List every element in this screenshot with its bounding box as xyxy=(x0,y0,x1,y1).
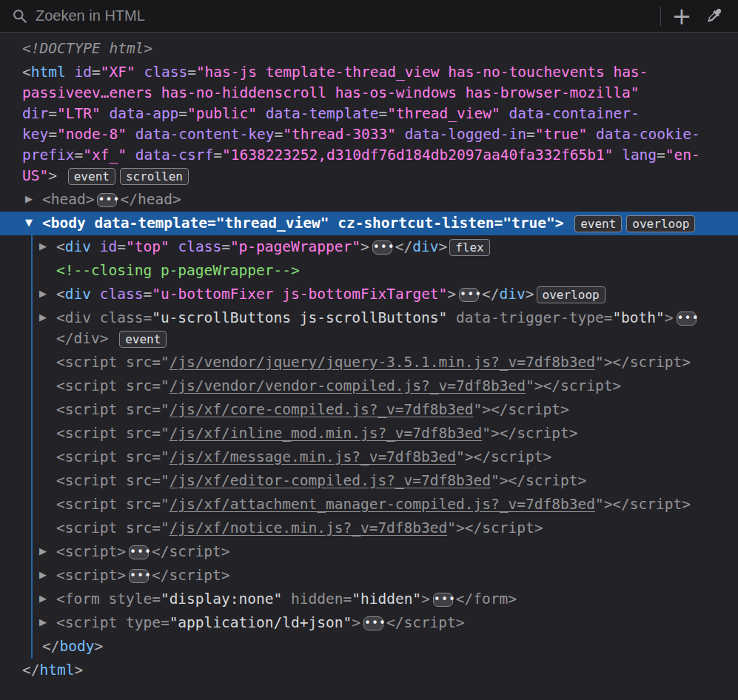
tree-node-row[interactable]: <script src="/js/xf/attachment_manager-c… xyxy=(0,493,738,516)
resource-link[interactable]: /js/xf/editor-compiled.js?_v=7df8b3ed xyxy=(170,472,491,489)
resource-link[interactable]: /js/xf/attachment_manager-compiled.js?_v… xyxy=(170,496,595,513)
markup-line: <div class="u-bottomFixer js-bottomFixTa… xyxy=(56,284,738,305)
markup-token: data-cookie- xyxy=(596,126,700,143)
tree-node-row[interactable]: <script src="/js/xf/editor-compiled.js?_… xyxy=(0,469,738,493)
markup-token: "en- xyxy=(665,147,700,164)
markup-token: > xyxy=(438,238,447,255)
tree-node-row[interactable]: ▶<script>•••</script> xyxy=(0,540,738,564)
inline-expander-icon[interactable]: ••• xyxy=(129,545,149,559)
resource-link[interactable]: /js/xf/message.min.js?_v=7df8b3ed xyxy=(170,448,456,465)
inline-expander-icon[interactable]: ••• xyxy=(129,569,149,583)
tree-node-row[interactable]: <script src="/js/vendor/vendor-compiled.… xyxy=(0,374,738,398)
tree-node-row[interactable]: </html> xyxy=(0,659,738,682)
markup-token: "></script> xyxy=(595,354,691,371)
expand-arrow-icon[interactable]: ▶ xyxy=(39,593,47,604)
tree-node-row[interactable]: ▶<head>•••</head> xyxy=(0,188,738,212)
markup-token: "></script> xyxy=(447,519,543,536)
tree-node-row[interactable]: ▶<script type="application/ld+json">•••<… xyxy=(0,611,738,635)
markup-token: "display:none" xyxy=(161,590,282,608)
eyedropper-icon xyxy=(707,7,722,25)
tree-node-row[interactable]: <script src="/js/xf/message.min.js?_v=7d… xyxy=(0,445,738,469)
inline-expander-icon[interactable]: ••• xyxy=(97,193,117,207)
badge-scrollen[interactable]: scrollen xyxy=(120,168,189,185)
tree-node-row[interactable]: <script src="/js/xf/core-compiled.js?_v=… xyxy=(0,398,738,422)
plus-icon: + xyxy=(672,5,692,27)
markup-token: > xyxy=(447,286,456,303)
tree-node-row[interactable]: ▶<div id="top" class="p-pageWrapper">•••… xyxy=(0,235,738,259)
expand-arrow-icon[interactable]: ▶ xyxy=(39,545,47,556)
search-input[interactable] xyxy=(30,7,656,24)
tree-node-row[interactable]: <script src="/js/xf/notice.min.js?_v=7df… xyxy=(0,516,738,540)
tree-node-row[interactable]: </body> xyxy=(0,635,738,659)
badge-overloop[interactable]: overloop xyxy=(626,215,695,232)
inline-expander-icon[interactable]: ••• xyxy=(677,312,697,326)
markup-token: </ xyxy=(42,638,59,655)
expand-arrow-icon[interactable]: ▶ xyxy=(39,616,47,627)
markup-token: "></script> xyxy=(491,472,586,489)
markup-token xyxy=(91,238,100,255)
markup-line: <script src="/js/vendor/vendor-compiled.… xyxy=(56,376,738,397)
markup-token: = xyxy=(117,238,126,255)
tree-node-row[interactable]: ▶<script>•••</script> xyxy=(0,564,738,588)
markup-token: html xyxy=(31,64,66,81)
markup-line: <!--closing p-pageWrapper--> xyxy=(56,260,738,281)
markup-line: US"> eventscrollen xyxy=(22,166,738,186)
markup-line: </div> event xyxy=(56,329,738,349)
markup-token: "thread_view" xyxy=(387,105,500,122)
markup-token: > xyxy=(665,309,674,326)
inline-expander-icon[interactable]: ••• xyxy=(372,240,392,255)
badge-overloop[interactable]: overloop xyxy=(537,286,606,303)
inline-expander-icon[interactable]: ••• xyxy=(363,616,383,630)
badge-event[interactable]: event xyxy=(574,215,622,232)
tree-node-row[interactable]: ▶<form style="display:none" hidden="hidd… xyxy=(0,588,738,611)
tree-node-row[interactable]: <html id="XF" class="has-js template-thr… xyxy=(0,61,738,188)
tree-node-row[interactable]: ▶<div class="u-scrollButtons js-scrollBu… xyxy=(0,306,738,351)
tree-node-row-selected[interactable]: ▼<body data-template="thread_view" cz-sh… xyxy=(0,212,738,235)
resource-link[interactable]: /js/xf/notice.min.js?_v=7df8b3ed xyxy=(170,519,448,536)
expand-arrow-icon[interactable]: ▶ xyxy=(39,288,47,299)
inline-expander-icon[interactable]: ••• xyxy=(433,593,453,607)
markup-token: "true" xyxy=(535,126,587,143)
resource-link[interactable]: /js/xf/core-compiled.js?_v=7df8b3ed xyxy=(170,401,474,418)
badge-flex[interactable]: flex xyxy=(449,239,490,256)
expand-arrow-icon[interactable]: ▶ xyxy=(39,569,47,580)
resource-link[interactable]: /js/xf/inline_mod.min.js?_v=7df8b3ed xyxy=(170,425,483,442)
tree-node-row[interactable]: <script src="/js/xf/inline_mod.min.js?_v… xyxy=(0,422,738,445)
tree-node-row[interactable]: ▶<div class="u-bottomFixer js-bottomFixT… xyxy=(0,283,738,306)
markup-token: body xyxy=(59,638,94,655)
devtools-inspector-panel: + <!DOCTYPE html><html id="XF" class="ha… xyxy=(0,0,738,700)
markup-token: > xyxy=(94,638,103,655)
resource-link[interactable]: /js/vendor/vendor-compiled.js?_v=7df8b3e… xyxy=(170,377,526,394)
markup-token: <script src=" xyxy=(56,425,170,442)
markup-token: > xyxy=(48,167,57,184)
expand-arrow-icon[interactable]: ▶ xyxy=(39,312,47,323)
markup-token: <script src=" xyxy=(56,496,170,513)
markup-token: <script type= xyxy=(56,614,170,631)
markup-token: <script src=" xyxy=(56,519,170,536)
badge-event[interactable]: event xyxy=(119,331,167,348)
badge-event[interactable]: event xyxy=(68,168,115,185)
markup-token: "node-8" xyxy=(57,126,127,143)
add-node-button[interactable]: + xyxy=(665,1,698,31)
markup-token: = xyxy=(92,64,101,81)
tree-node-row[interactable]: <script src="/js/vendor/jquery/jquery-3.… xyxy=(0,351,738,374)
inspector-search-toolbar: + xyxy=(0,0,738,33)
inline-expander-icon[interactable]: ••• xyxy=(459,288,479,302)
markup-line: <script>•••</script> xyxy=(56,542,738,562)
expand-arrow-icon[interactable]: ▶ xyxy=(25,193,33,204)
markup-token: passiveev…eners has-no-hiddenscroll has-… xyxy=(22,84,640,101)
markup-token: "></script> xyxy=(595,496,691,513)
markup-tree: <!DOCTYPE html><html id="XF" class="has-… xyxy=(0,33,738,700)
markup-token: "hidden" xyxy=(352,590,421,608)
markup-token: = xyxy=(178,105,187,122)
resource-link[interactable]: /js/vendor/jquery/jquery-3.5.1.min.js?_v… xyxy=(170,354,595,371)
markup-token: US" xyxy=(22,167,48,184)
expand-arrow-icon[interactable]: ▶ xyxy=(39,240,47,252)
tree-node-row[interactable]: <!--closing p-pageWrapper--> xyxy=(0,259,738,283)
collapse-arrow-icon[interactable]: ▼ xyxy=(25,217,33,228)
tree-node-row[interactable]: <!DOCTYPE html> xyxy=(0,37,738,61)
markup-token: dir xyxy=(22,105,48,122)
eyedropper-button[interactable] xyxy=(698,1,731,31)
markup-token: </ xyxy=(22,662,39,679)
markup-token: <form style= xyxy=(56,590,161,608)
